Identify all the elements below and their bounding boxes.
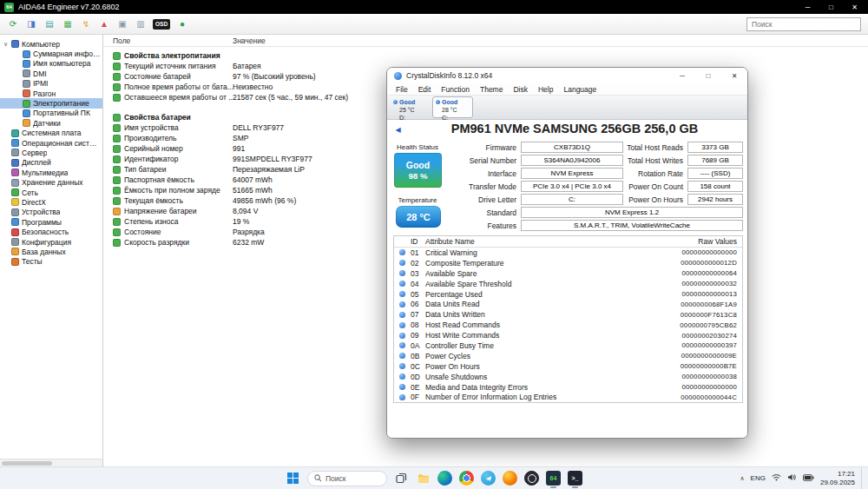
aida64-taskbar-button[interactable]: 64 (546, 471, 561, 486)
sidebar-item-storage[interactable]: Хранение данных (0, 177, 102, 187)
crystaldiskinfo-titlebar[interactable]: CrystalDiskInfo 8.12.0 x64 ─ □ ✕ (387, 68, 747, 83)
sidebar-item-multimedia[interactable]: Мультимедиа (0, 168, 102, 177)
menu-file[interactable]: File (391, 85, 413, 94)
terminal-button[interactable]: >_ (568, 471, 582, 486)
sensor-panel-icon[interactable]: ● (176, 18, 188, 30)
smart-attribute-row[interactable]: 0EMedia and Data Integrity Errors0000000… (394, 382, 742, 393)
sidebar-item-devices[interactable]: Устройства (0, 208, 102, 217)
drive-field-value: 2942 hours (687, 194, 743, 205)
stress-test-icon[interactable]: ▲ (98, 18, 110, 30)
smart-attribute-row[interactable]: 0DUnsafe Shutdowns00000000000038 (394, 372, 742, 382)
smart-attribute-row[interactable]: 06Data Units Read0000000068F1A9 (394, 299, 742, 309)
menu-disk[interactable]: Disk (508, 85, 533, 94)
sidebar-item-programs[interactable]: Программы (0, 217, 102, 227)
sidebar-item-portable-pc[interactable]: Портативный ПК (0, 109, 102, 118)
drive-tab-D[interactable]: Good25 °CD: (390, 96, 431, 118)
file-explorer-button[interactable] (416, 471, 431, 486)
sidebar-item-overclock[interactable]: Разгон (0, 89, 102, 98)
aida64-search-input[interactable] (746, 17, 861, 31)
clock[interactable]: 17:21 29.09.2025 (820, 470, 855, 487)
previous-drive-button[interactable]: ◀ (392, 125, 404, 135)
sidebar-item-power[interactable]: Электропитание (0, 98, 102, 108)
benchmark-icon[interactable]: ▦ (62, 18, 74, 30)
field-name: Степень износа (124, 217, 233, 226)
smart-attribute-row[interactable]: 0BPower Cycles0000000000009E (394, 351, 742, 361)
task-view-button[interactable] (394, 471, 409, 486)
scrollbar-thumb[interactable] (2, 461, 52, 466)
sidebar-item-security[interactable]: Безопасность (0, 227, 102, 236)
copy-page-icon[interactable]: ▥ (135, 18, 147, 30)
temperature-box[interactable]: 28 °C (396, 206, 441, 228)
sidebar-item-computer[interactable]: ∨Компьютер (0, 39, 102, 49)
report-icon[interactable]: ▤ (43, 18, 56, 30)
menu-language[interactable]: Language (558, 85, 602, 94)
sidebar-item-label: Сеть (22, 188, 38, 197)
smart-attribute-row[interactable]: 03Available Spare00000000000064 (394, 268, 742, 279)
diagnostics-icon[interactable]: ↯ (80, 18, 92, 30)
smart-attribute-row[interactable]: 01Critical Warning00000000000000 (394, 248, 742, 258)
minimize-button[interactable]: ─ (796, 0, 819, 14)
maximize-button[interactable]: □ (695, 68, 721, 83)
sidebar-item-config[interactable]: Конфигурация (0, 237, 102, 247)
sidebar-item-operating-system[interactable]: Операционная система (0, 138, 102, 148)
sidebar-item-network[interactable]: Сеть (0, 188, 102, 197)
drive-field-label: Features (451, 221, 521, 230)
maximize-button[interactable]: □ (819, 0, 843, 14)
taskbar-search[interactable]: Поиск (307, 471, 387, 486)
smart-attribute-row[interactable]: 0AController Busy Time00000000000397 (394, 340, 742, 351)
osd-button[interactable]: OSD (153, 19, 170, 30)
firefox-button[interactable] (503, 471, 517, 486)
refresh-icon[interactable]: ⟳ (7, 18, 19, 30)
sidebar-item-tests[interactable]: Тесты (0, 257, 102, 267)
edge-button[interactable] (437, 471, 452, 486)
smart-attribute-row[interactable]: 05Percentage Used00000000000013 (394, 289, 742, 300)
smart-attribute-row[interactable]: 02Composite Temperature0000000000012D (394, 258, 742, 268)
sidebar-item-summary[interactable]: Суммарная информация (0, 49, 102, 58)
language-indicator[interactable]: ENG (751, 474, 766, 482)
health-status-box[interactable]: Good 98 % (394, 153, 442, 188)
sidebar-item-ipmi[interactable]: IPMI (0, 79, 102, 89)
smart-attribute-row[interactable]: 08Host Read Commands0000000795CB62 (394, 320, 742, 330)
aida64-window-controls: ─ □ ✕ (796, 0, 866, 14)
wifi-icon[interactable] (772, 473, 781, 483)
obs-button[interactable] (524, 471, 539, 486)
sidebar-item-computer-name[interactable]: Имя компьютера (0, 59, 102, 69)
page-icon[interactable]: ▣ (116, 18, 128, 30)
start-button[interactable] (286, 471, 300, 486)
menu-function[interactable]: Function (436, 85, 475, 94)
menu-theme[interactable]: Theme (475, 85, 508, 94)
field-value: SMP (233, 134, 248, 142)
close-button[interactable]: ✕ (721, 68, 747, 83)
show-desktop-button[interactable] (861, 467, 864, 489)
close-button[interactable]: ✕ (843, 0, 866, 14)
volume-icon[interactable] (787, 473, 797, 483)
smart-attribute-row[interactable]: 04Available Spare Threshold0000000000003… (394, 279, 742, 289)
minimize-button[interactable]: ─ (669, 68, 695, 83)
menu-help[interactable]: Help (533, 85, 558, 94)
chrome-button[interactable] (459, 471, 474, 486)
menu-edit[interactable]: Edit (413, 85, 437, 94)
sidebar-item-sensors[interactable]: Датчики (0, 118, 102, 128)
sidebar-item-motherboard[interactable]: Системная плата (0, 129, 102, 138)
telegram-button[interactable] (481, 471, 496, 486)
directx-icon (11, 198, 19, 206)
battery-icon[interactable] (803, 474, 814, 483)
sidebar-item-directx[interactable]: DirectX (0, 197, 102, 207)
column-header-field[interactable]: Поле (113, 36, 233, 45)
smart-attribute-row[interactable]: 0FNumber of Error Information Log Entrie… (394, 392, 742, 402)
smart-attribute-row[interactable]: 0CPower On Hours00000000000B7E (394, 361, 742, 372)
sidebar-horizontal-scrollbar[interactable] (0, 459, 102, 466)
sidebar-item-dmi[interactable]: DMI (0, 69, 102, 78)
hidden-icons-chevron[interactable]: ∧ (740, 475, 744, 482)
sidebar-item-database[interactable]: База данных (0, 247, 102, 256)
drive-tab-C[interactable]: Good28 °CC: (432, 96, 473, 118)
column-header-value[interactable]: Значение (233, 36, 266, 45)
display-icon[interactable]: ◨ (25, 18, 37, 30)
tree-chevron-icon[interactable]: ∨ (3, 41, 9, 47)
smart-attribute-row[interactable]: 09Host Write Commands00000002030274 (394, 330, 742, 340)
sidebar-item-display[interactable]: Дисплей (0, 158, 102, 168)
drive-field-label: Power On Count (627, 182, 687, 191)
sidebar-item-server[interactable]: Сервер (0, 148, 102, 157)
field-name: Текущий источник питания (124, 62, 233, 70)
smart-attribute-row[interactable]: 07Data Units Written0000000F7613C8 (394, 309, 742, 320)
